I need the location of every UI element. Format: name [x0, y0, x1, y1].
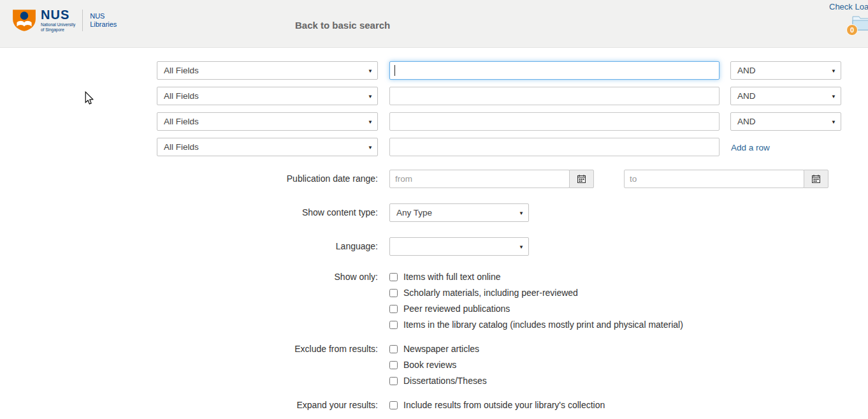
logo-libraries-text: NUS Libraries — [90, 12, 117, 29]
field-select-row4[interactable]: All Fields ▼ — [157, 138, 378, 156]
operator-select-row3[interactable]: AND ▼ — [730, 112, 841, 131]
caret-down-icon: ▼ — [368, 113, 373, 130]
checkbox-dissertations-theses[interactable] — [389, 377, 398, 385]
checkbox-label: Items in the library catalog (includes m… — [403, 320, 683, 330]
field-select-row3[interactable]: All Fields ▼ — [157, 112, 378, 131]
caret-down-icon: ▼ — [831, 113, 836, 130]
logo-acronym: NUS — [41, 8, 75, 21]
checkbox-label: Peer reviewed publications — [403, 304, 510, 314]
logo-wordmark: NUS National University of Singapore — [41, 8, 75, 32]
checkbox-label: Book reviews — [403, 360, 456, 370]
exclude-option-dissertations[interactable]: Dissertations/Theses — [389, 376, 487, 386]
operator-select-row2-value: AND — [737, 91, 756, 101]
logo-divider — [82, 10, 83, 31]
search-term-input-row1[interactable] — [389, 61, 720, 80]
caret-down-icon: ▼ — [831, 62, 836, 79]
search-term-input-row2[interactable] — [389, 87, 720, 105]
field-select-row1-value: All Fields — [164, 66, 199, 75]
search-term-input-row3[interactable] — [389, 112, 720, 131]
caret-down-icon: ▼ — [368, 138, 373, 156]
caret-down-icon: ▼ — [519, 238, 524, 255]
show-only-option-peer-reviewed[interactable]: Peer reviewed publications — [389, 304, 510, 314]
expand-label: Expand your results: — [157, 400, 378, 410]
add-row-link[interactable]: Add a row — [731, 143, 770, 152]
calendar-button-to[interactable] — [804, 170, 828, 188]
checkbox-peer-reviewed[interactable] — [389, 305, 398, 313]
logo-tagline: National University of Singapore — [41, 22, 75, 32]
checkbox-label: Newspaper articles — [403, 344, 479, 354]
operator-select-row2[interactable]: AND ▼ — [730, 87, 841, 105]
publication-date-label: Publication date range: — [157, 170, 378, 188]
caret-down-icon: ▼ — [831, 87, 836, 105]
field-select-row1[interactable]: All Fields ▼ — [157, 61, 378, 80]
logo-lib-line2: Libraries — [90, 20, 117, 28]
language-select[interactable]: ▼ — [389, 237, 529, 256]
field-select-row3-value: All Fields — [164, 117, 199, 126]
checkbox-outside-collection[interactable] — [389, 401, 398, 409]
exclude-label: Exclude from results: — [157, 344, 378, 354]
show-only-option-full-text[interactable]: Items with full text online — [389, 272, 501, 282]
caret-down-icon: ▼ — [368, 87, 373, 105]
date-from-input[interactable] — [389, 170, 570, 188]
logo-lib-line1: NUS — [90, 12, 105, 20]
show-only-option-library-catalog[interactable]: Items in the library catalog (includes m… — [389, 320, 683, 330]
checkbox-newspaper-articles[interactable] — [389, 345, 398, 353]
mouse-cursor — [84, 91, 94, 105]
checkbox-book-reviews[interactable] — [389, 361, 398, 369]
exclude-option-newspaper[interactable]: Newspaper articles — [389, 344, 479, 354]
operator-select-row3-value: AND — [737, 117, 756, 126]
exclude-option-book-reviews[interactable]: Book reviews — [389, 360, 456, 370]
date-to-input[interactable] — [624, 170, 804, 188]
check-loans-link[interactable]: Check Loans — [829, 2, 868, 11]
field-select-row4-value: All Fields — [164, 142, 199, 152]
calendar-icon — [812, 175, 820, 183]
back-to-basic-search-link[interactable]: Back to basic search — [295, 20, 390, 31]
saved-items-count-badge: 0 — [846, 24, 858, 36]
operator-select-row1-value: AND — [737, 66, 756, 75]
content-type-select[interactable]: Any Type ▼ — [389, 203, 529, 222]
show-only-option-scholarly[interactable]: Scholarly materials, including peer-revi… — [389, 288, 578, 298]
language-label: Language: — [157, 237, 378, 256]
content-type-select-value: Any Type — [396, 208, 432, 217]
expand-option-outside-collection[interactable]: Include results from outside your librar… — [389, 400, 605, 410]
content-type-label: Show content type: — [157, 203, 378, 222]
checkbox-label: Scholarly materials, including peer-revi… — [403, 288, 578, 298]
checkbox-label: Include results from outside your librar… — [403, 400, 605, 410]
nus-logo[interactable]: NUS National University of Singapore NUS… — [11, 8, 117, 32]
show-only-label: Show only: — [157, 272, 378, 282]
checkbox-scholarly-materials[interactable] — [389, 289, 398, 297]
search-term-input-row4[interactable] — [389, 138, 720, 156]
checkbox-label: Dissertations/Theses — [403, 376, 487, 386]
logo-tagline-line2: of Singapore — [41, 27, 64, 32]
caret-down-icon: ▼ — [519, 204, 524, 221]
nus-crest-icon — [11, 9, 37, 32]
calendar-icon — [577, 175, 586, 183]
operator-select-row1[interactable]: AND ▼ — [730, 61, 841, 80]
calendar-button-from[interactable] — [569, 170, 594, 188]
field-select-row2-value: All Fields — [164, 91, 199, 101]
logo-tagline-line1: National University — [41, 22, 75, 27]
checkbox-library-catalog[interactable] — [389, 321, 398, 329]
caret-down-icon: ▼ — [368, 62, 373, 79]
checkbox-full-text-online[interactable] — [389, 273, 398, 281]
field-select-row2[interactable]: All Fields ▼ — [157, 87, 378, 105]
header-bar: NUS National University of Singapore NUS… — [0, 0, 868, 48]
advanced-search-page: NUS National University of Singapore NUS… — [0, 0, 868, 419]
text-cursor — [394, 65, 395, 76]
checkbox-label: Items with full text online — [403, 272, 501, 282]
